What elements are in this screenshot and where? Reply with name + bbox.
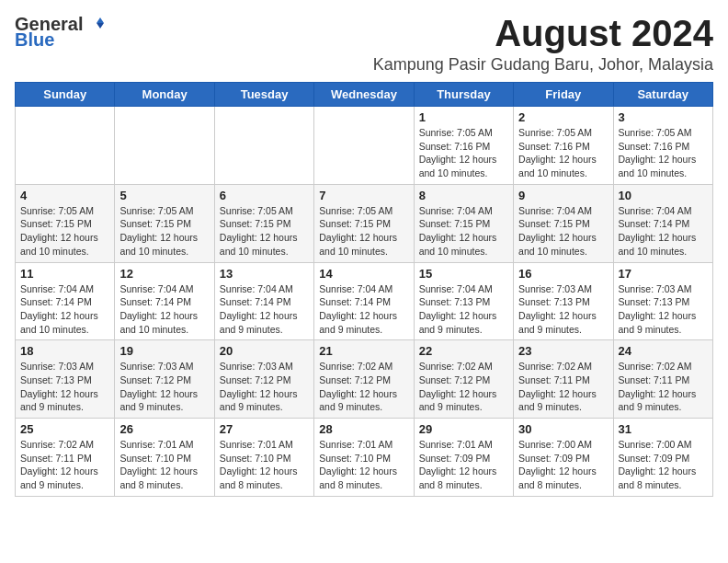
calendar-week-row: 11Sunrise: 7:04 AM Sunset: 7:14 PM Dayli…: [16, 262, 713, 340]
calendar-week-row: 25Sunrise: 7:02 AM Sunset: 7:11 PM Dayli…: [16, 419, 713, 497]
day-number: 16: [518, 267, 608, 281]
table-row: 25Sunrise: 7:02 AM Sunset: 7:11 PM Dayli…: [16, 419, 115, 497]
calendar-week-row: 4Sunrise: 7:05 AM Sunset: 7:15 PM Daylig…: [16, 184, 713, 262]
table-row: 28Sunrise: 7:01 AM Sunset: 7:10 PM Dayli…: [314, 419, 414, 497]
col-thursday: Thursday: [414, 83, 513, 107]
logo-icon: [84, 16, 104, 32]
logo-blue: Blue: [15, 29, 54, 51]
day-number: 31: [619, 422, 708, 436]
day-number: 2: [518, 110, 608, 124]
day-number: 5: [119, 189, 209, 202]
svg-marker-1: [97, 23, 104, 29]
table-row: 2Sunrise: 7:05 AM Sunset: 7:16 PM Daylig…: [514, 107, 613, 185]
day-number: 17: [619, 267, 708, 281]
day-number: 15: [419, 267, 508, 281]
day-number: 11: [20, 267, 109, 281]
table-row: 23Sunrise: 7:02 AM Sunset: 7:11 PM Dayli…: [514, 340, 613, 419]
day-info: Sunrise: 7:01 AM Sunset: 7:09 PM Dayligh…: [419, 438, 508, 492]
day-info: Sunrise: 7:04 AM Sunset: 7:14 PM Dayligh…: [119, 282, 209, 337]
day-number: 7: [319, 189, 408, 202]
table-row: 8Sunrise: 7:04 AM Sunset: 7:15 PM Daylig…: [414, 184, 513, 262]
day-number: 26: [119, 422, 209, 436]
logo: General Blue: [15, 15, 105, 51]
day-number: 10: [619, 189, 708, 202]
day-info: Sunrise: 7:02 AM Sunset: 7:12 PM Dayligh…: [319, 360, 408, 414]
table-row: 22Sunrise: 7:02 AM Sunset: 7:12 PM Dayli…: [414, 340, 513, 419]
day-info: Sunrise: 7:00 AM Sunset: 7:09 PM Dayligh…: [619, 438, 708, 492]
col-tuesday: Tuesday: [214, 83, 313, 107]
table-row: 15Sunrise: 7:04 AM Sunset: 7:13 PM Dayli…: [414, 262, 513, 340]
day-number: 22: [419, 344, 508, 358]
table-row: [314, 107, 414, 185]
page-header: General Blue August 2024 Kampung Pasir G…: [15, 15, 713, 75]
day-info: Sunrise: 7:03 AM Sunset: 7:12 PM Dayligh…: [220, 360, 309, 414]
table-row: 5Sunrise: 7:05 AM Sunset: 7:15 PM Daylig…: [115, 184, 214, 262]
table-row: 3Sunrise: 7:05 AM Sunset: 7:16 PM Daylig…: [613, 107, 712, 185]
table-row: 1Sunrise: 7:05 AM Sunset: 7:16 PM Daylig…: [414, 107, 513, 185]
table-row: [16, 107, 115, 185]
day-info: Sunrise: 7:04 AM Sunset: 7:15 PM Dayligh…: [518, 204, 608, 259]
day-info: Sunrise: 7:05 AM Sunset: 7:15 PM Dayligh…: [20, 204, 109, 259]
calendar-table: Sunday Monday Tuesday Wednesday Thursday…: [15, 82, 713, 497]
table-row: [115, 107, 214, 185]
day-number: 18: [20, 344, 109, 358]
table-row: 11Sunrise: 7:04 AM Sunset: 7:14 PM Dayli…: [16, 262, 115, 340]
table-row: 29Sunrise: 7:01 AM Sunset: 7:09 PM Dayli…: [414, 419, 513, 497]
day-info: Sunrise: 7:03 AM Sunset: 7:13 PM Dayligh…: [20, 360, 109, 414]
day-info: Sunrise: 7:05 AM Sunset: 7:15 PM Dayligh…: [119, 204, 209, 259]
day-info: Sunrise: 7:03 AM Sunset: 7:13 PM Dayligh…: [619, 282, 708, 337]
table-row: 4Sunrise: 7:05 AM Sunset: 7:15 PM Daylig…: [16, 184, 115, 262]
day-number: 3: [619, 110, 708, 124]
day-info: Sunrise: 7:02 AM Sunset: 7:11 PM Dayligh…: [518, 360, 608, 414]
day-info: Sunrise: 7:01 AM Sunset: 7:10 PM Dayligh…: [220, 438, 309, 492]
location-subtitle: Kampung Pasir Gudang Baru, Johor, Malays…: [373, 55, 713, 75]
day-info: Sunrise: 7:04 AM Sunset: 7:14 PM Dayligh…: [619, 204, 708, 259]
day-number: 21: [319, 344, 408, 358]
day-info: Sunrise: 7:00 AM Sunset: 7:09 PM Dayligh…: [518, 438, 608, 492]
day-info: Sunrise: 7:04 AM Sunset: 7:14 PM Dayligh…: [319, 282, 408, 337]
table-row: 26Sunrise: 7:01 AM Sunset: 7:10 PM Dayli…: [115, 419, 214, 497]
day-number: 6: [220, 189, 309, 202]
table-row: 16Sunrise: 7:03 AM Sunset: 7:13 PM Dayli…: [514, 262, 613, 340]
col-wednesday: Wednesday: [314, 83, 414, 107]
table-row: 21Sunrise: 7:02 AM Sunset: 7:12 PM Dayli…: [314, 340, 414, 419]
day-number: 28: [319, 422, 408, 436]
day-number: 4: [20, 189, 109, 202]
table-row: 12Sunrise: 7:04 AM Sunset: 7:14 PM Dayli…: [115, 262, 214, 340]
day-info: Sunrise: 7:04 AM Sunset: 7:14 PM Dayligh…: [20, 282, 109, 337]
day-info: Sunrise: 7:02 AM Sunset: 7:12 PM Dayligh…: [419, 360, 508, 414]
day-number: 8: [419, 189, 508, 202]
calendar-week-row: 1Sunrise: 7:05 AM Sunset: 7:16 PM Daylig…: [16, 107, 713, 185]
day-info: Sunrise: 7:04 AM Sunset: 7:15 PM Dayligh…: [419, 204, 508, 259]
table-row: 31Sunrise: 7:00 AM Sunset: 7:09 PM Dayli…: [613, 419, 712, 497]
table-row: 6Sunrise: 7:05 AM Sunset: 7:15 PM Daylig…: [214, 184, 313, 262]
day-info: Sunrise: 7:04 AM Sunset: 7:13 PM Dayligh…: [419, 282, 508, 337]
day-number: 14: [319, 267, 408, 281]
day-number: 19: [119, 344, 209, 358]
day-info: Sunrise: 7:05 AM Sunset: 7:15 PM Dayligh…: [220, 204, 309, 259]
day-info: Sunrise: 7:02 AM Sunset: 7:11 PM Dayligh…: [619, 360, 708, 414]
day-info: Sunrise: 7:01 AM Sunset: 7:10 PM Dayligh…: [319, 438, 408, 492]
day-number: 13: [220, 267, 309, 281]
table-row: 14Sunrise: 7:04 AM Sunset: 7:14 PM Dayli…: [314, 262, 414, 340]
day-number: 1: [419, 110, 508, 124]
day-number: 29: [419, 422, 508, 436]
day-number: 23: [518, 344, 608, 358]
day-info: Sunrise: 7:04 AM Sunset: 7:14 PM Dayligh…: [220, 282, 309, 337]
table-row: 24Sunrise: 7:02 AM Sunset: 7:11 PM Dayli…: [613, 340, 712, 419]
table-row: 27Sunrise: 7:01 AM Sunset: 7:10 PM Dayli…: [214, 419, 313, 497]
table-row: 19Sunrise: 7:03 AM Sunset: 7:12 PM Dayli…: [115, 340, 214, 419]
table-row: 10Sunrise: 7:04 AM Sunset: 7:14 PM Dayli…: [613, 184, 712, 262]
table-row: 18Sunrise: 7:03 AM Sunset: 7:13 PM Dayli…: [16, 340, 115, 419]
table-row: 20Sunrise: 7:03 AM Sunset: 7:12 PM Dayli…: [214, 340, 313, 419]
day-number: 27: [220, 422, 309, 436]
day-info: Sunrise: 7:05 AM Sunset: 7:15 PM Dayligh…: [319, 204, 408, 259]
table-row: 17Sunrise: 7:03 AM Sunset: 7:13 PM Dayli…: [613, 262, 712, 340]
day-number: 20: [220, 344, 309, 358]
day-number: 24: [619, 344, 708, 358]
title-section: August 2024 Kampung Pasir Gudang Baru, J…: [373, 15, 713, 75]
day-info: Sunrise: 7:03 AM Sunset: 7:13 PM Dayligh…: [518, 282, 608, 337]
day-info: Sunrise: 7:01 AM Sunset: 7:10 PM Dayligh…: [119, 438, 209, 492]
calendar-header-row: Sunday Monday Tuesday Wednesday Thursday…: [16, 83, 713, 107]
day-number: 9: [518, 189, 608, 202]
